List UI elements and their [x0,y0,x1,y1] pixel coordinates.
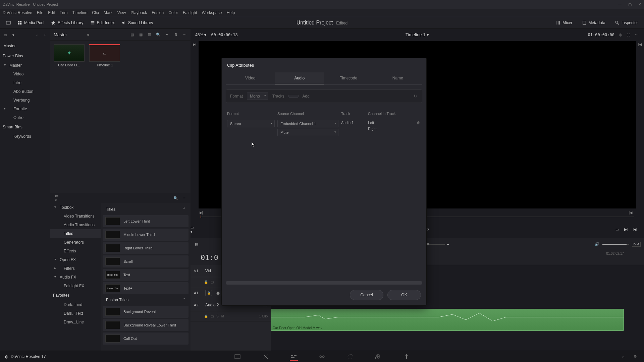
search-icon[interactable]: 🔍 [173,195,178,201]
auto-select-icon[interactable]: ▢ [211,314,214,318]
title-preset[interactable]: Middle Lower Third [103,229,189,241]
mute-button[interactable]: M [221,314,224,318]
deliver-page-icon[interactable] [402,353,411,361]
fairlight-page-icon[interactable] [374,353,382,361]
bin-item[interactable]: Fortnite [0,105,50,113]
thumb-view-icon[interactable]: ▦ [138,32,144,38]
title-preset[interactable]: Right Lower Third [103,242,189,254]
menu-item[interactable]: Fairlight [183,10,197,15]
menu-item[interactable]: File [37,10,43,15]
list-view-icon[interactable]: ☰ [147,32,152,38]
bypass-icon[interactable]: ◎ [618,32,623,38]
bin-item[interactable]: Video [0,70,50,78]
fav-item[interactable]: Draw...Line [50,318,101,326]
sort-icon[interactable]: ⇅ [173,32,178,38]
bin-item[interactable]: Master [0,61,50,70]
bin-item[interactable]: Werbung [0,96,50,105]
timecode-right[interactable]: 01:00:00:00 [588,33,614,37]
title-preset[interactable]: Left Lower Third [103,215,189,227]
menu-item[interactable]: Trim [60,10,68,15]
timeline-name[interactable]: Timeline 1 ▾ [406,32,429,37]
eff-tree-item[interactable]: Generators [50,238,101,247]
tab-name[interactable]: Name [373,72,423,84]
menu-item[interactable]: Edit [48,10,55,15]
minimize-icon[interactable]: — [618,2,622,7]
more-icon[interactable]: ⋯ [634,32,639,38]
cut-page-icon[interactable] [262,353,270,361]
lock-icon[interactable]: 🔒 [204,280,208,284]
layout-icon[interactable] [3,19,14,26]
effects-library-button[interactable]: Effects Library [48,19,87,26]
panel-icon[interactable]: ▭ ▾ [55,195,60,201]
tab-video[interactable]: Video [226,72,275,84]
panel-icon[interactable]: ▭ [3,32,8,38]
toolbox-node[interactable]: Toolbox [50,203,101,212]
timeline-view-icon[interactable]: ▤ [194,242,199,247]
power-bins-header[interactable]: Power Bins [0,51,50,61]
edit-page-icon[interactable] [290,353,298,361]
collapse-icon[interactable]: |◀ [628,210,633,215]
chevron-right-icon[interactable]: › [42,32,48,38]
auto-select-icon[interactable]: ▢ [211,280,214,284]
media-pool-button[interactable]: Media Pool [14,19,48,26]
dim-button[interactable]: DIM [632,242,641,247]
record-icon[interactable]: ⬤ [215,290,221,296]
fav-item[interactable]: Dark...hird [50,300,101,309]
volume-slider[interactable] [602,244,629,245]
go-start-icon[interactable]: |◀ [632,227,637,232]
eff-tree-item[interactable]: Fairlight FX [50,282,101,290]
sound-library-button[interactable]: Sound Library [118,19,157,26]
inspector-button[interactable]: Inspector [611,19,641,26]
close-icon[interactable]: ✕ [638,2,641,7]
smart-bins-header[interactable]: Smart Bins [0,122,50,132]
chevron-down-icon[interactable]: ▾ [164,32,170,38]
bin-item[interactable]: Abo Button [0,87,50,96]
bin-item[interactable]: Keywords [0,132,50,141]
volume-icon[interactable]: 🔊 [594,242,600,247]
next-clip-icon[interactable]: |◀ [638,42,642,47]
mixer-button[interactable]: Mixer [552,19,576,26]
lock-icon[interactable]: 🔒 [205,290,212,296]
split-icon[interactable]: ▯▯ [626,32,631,38]
match-frame-icon[interactable]: ▭ [614,227,620,232]
search-icon[interactable]: 🔍 [156,32,161,38]
menu-item[interactable]: Help [226,10,235,15]
title-preset[interactable]: Background Reveal Lower Third [103,319,189,331]
tracks-input[interactable] [288,95,299,98]
openfx-node[interactable]: Open FX [50,255,101,264]
audiofx-node[interactable]: Audio FX [50,273,101,282]
bin-master[interactable]: Master [0,41,50,51]
titles-section-header[interactable]: Titles˄ [103,205,189,214]
bin-item[interactable]: Intro [0,78,50,87]
trash-icon[interactable]: 🗑 [416,119,421,125]
media-clip[interactable]: ✦ Car Door O... [54,44,85,67]
ok-button[interactable]: OK [387,290,421,300]
go-end-icon[interactable]: ▶| [623,227,629,232]
media-clip[interactable]: ▭ Timeline 1 [89,44,120,67]
color-page-icon[interactable] [346,353,354,361]
media-page-icon[interactable] [233,353,241,361]
title-preset[interactable]: Custom TitleText+ [103,282,189,294]
eff-tree-item[interactable]: Audio Transitions [50,221,101,229]
title-preset[interactable]: Basic TitleText [103,269,189,281]
fusion-page-icon[interactable] [318,353,326,361]
cancel-button[interactable]: Cancel [350,290,383,300]
add-button[interactable]: Add [303,94,310,99]
eff-tree-item[interactable]: Effects [50,247,101,255]
reset-icon[interactable]: ↻ [413,94,418,99]
more-icon[interactable]: ⋯ [182,32,187,38]
menu-item[interactable]: Timeline [72,10,87,15]
chevron-down-icon[interactable]: ▾ [11,32,16,38]
eff-tree-item[interactable]: Filters [50,264,101,273]
menu-item[interactable]: Playback [130,10,147,15]
eff-tree-item[interactable]: Video Transitions [50,212,101,221]
more-icon[interactable]: ⋯ [182,195,187,201]
solo-button[interactable]: S [216,314,219,318]
gear-icon[interactable]: ⚙ [631,353,639,361]
fusion-titles-section-header[interactable]: Fusion Titles˄ [103,296,189,304]
menu-item[interactable]: Mark [104,10,113,15]
prev-clip-icon[interactable]: ▶| [193,42,197,47]
menu-item[interactable]: Fusion [152,10,164,15]
row-source-select-2[interactable]: Mute [277,129,338,136]
menu-item[interactable]: Clip [92,10,99,15]
